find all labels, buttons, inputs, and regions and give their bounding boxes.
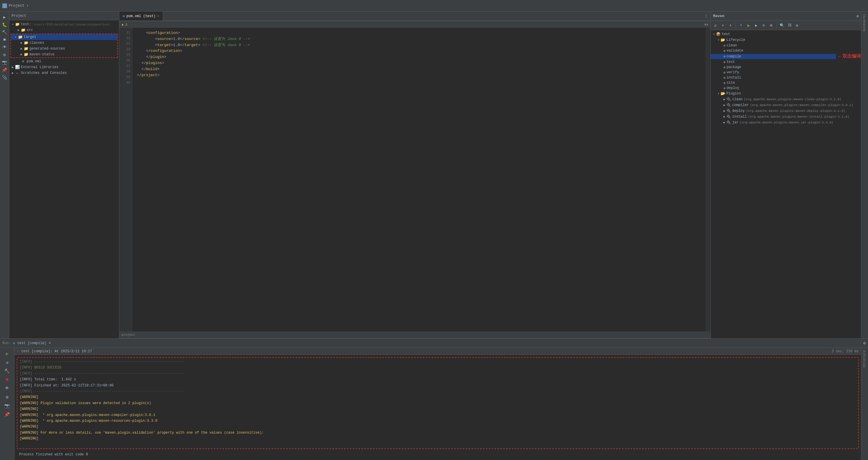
maven-plugin-install[interactable]: ▶ 🔌 install (org.apache.maven.plugins:ma… [711, 114, 861, 120]
maven-plugin-deploy[interactable]: ▶ 🔌 deploy (org.apache.maven.plugins:mav… [711, 108, 861, 114]
sidebar-debug-icon[interactable]: 🐛 [1, 22, 8, 28]
maven-skip-test-btn[interactable]: ⊘ [760, 22, 767, 29]
code-line-39: </project> [137, 72, 701, 79]
maven-lifecycle-compile[interactable]: ⚙ compile [711, 54, 836, 59]
editor-tab-pom[interactable]: m pom.xml (test) × [119, 11, 163, 21]
tree-arrow-generated-sources[interactable]: ▶ [19, 47, 24, 51]
maven-download-docs-btn[interactable]: ⬇ [727, 22, 734, 29]
maven-root-test[interactable]: ▾ 📦 test [711, 31, 861, 37]
nav-up[interactable]: ∧ [704, 23, 706, 26]
run-tab-name[interactable]: test [compile] [17, 341, 46, 345]
annotation-arrow: ← [838, 54, 841, 59]
folder-icon-src: 📁 [21, 28, 26, 32]
maven-settings-icon[interactable]: ⚙ [857, 14, 859, 19]
maven-lifecycle-package[interactable]: ⚙ package [711, 65, 861, 70]
tree-arrow-maven-status[interactable]: ▶ [19, 52, 24, 57]
run-tab-close[interactable]: × [49, 341, 51, 345]
maven-search-btn[interactable]: 🔍 [778, 22, 785, 29]
tree-arrow-scratches[interactable]: ▶ [10, 71, 15, 75]
sidebar-pin-icon[interactable]: 📌 [1, 67, 8, 73]
project-dropdown-arrow[interactable]: ▾ [27, 4, 29, 7]
tree-arrow-src[interactable]: ▶ [16, 28, 21, 32]
sidebar-run-icon[interactable]: ▶ [1, 14, 8, 20]
maven-link-btn[interactable]: ⛓ [786, 22, 793, 29]
sidebar-camera-icon[interactable]: 📷 [1, 59, 8, 65]
maven-plugin-jar-detail: (org.apache.maven.plugins:maven-jar-plug… [740, 121, 833, 124]
tree-item-maven-status[interactable]: ▶ 📁 maven-status [11, 52, 117, 57]
warning-indicator[interactable]: ▲ 1 [122, 23, 127, 26]
sidebar-settings-icon[interactable]: ⚙ [1, 52, 8, 58]
run-camera-icon[interactable]: 📷 [4, 402, 11, 409]
tree-item-external-libs[interactable]: ▶ 📊 External Libraries [9, 64, 119, 70]
tab-pom-close[interactable]: × [157, 14, 159, 18]
run-eye-icon[interactable]: 👁 [4, 385, 11, 392]
tree-arrow-target[interactable]: ▾ [13, 35, 18, 39]
maven-plugin-deploy-icon: 🔌 [726, 109, 731, 113]
console-line-2: [INFO] BUILD SUCCESS [20, 365, 856, 370]
folder-icon-test: 📁 [15, 22, 20, 27]
maven-download-sources-btn[interactable]: ⬇ [719, 22, 726, 29]
tree-arrow-test[interactable]: ▾ [10, 22, 15, 27]
maven-lifecycle-validate[interactable]: ⚙ validate [711, 48, 861, 53]
tree-arrow-classes[interactable]: ▶ [19, 40, 24, 45]
console-dashed-box[interactable]: [INFO] ---------------------------------… [17, 357, 859, 449]
console-line-6: [INFO] ---------------------------------… [20, 389, 856, 394]
run-gear-icon[interactable]: ⚙ [863, 341, 866, 345]
maven-lifecycle-group[interactable]: ▾ 📂 Lifecycle [711, 37, 861, 43]
run-settings2-icon[interactable]: ⚙ [4, 394, 11, 401]
line-num-38: 38 [121, 69, 130, 74]
tree-item-generated-sources[interactable]: ▶ 📁 generated-sources [11, 46, 117, 52]
maven-reload-btn[interactable]: ↺ [712, 22, 719, 29]
run-rerun-icon[interactable]: ↺ [4, 359, 11, 366]
maven-plugin-install-label: install [732, 115, 747, 119]
maven-run-btn[interactable]: ▶ [745, 22, 752, 29]
top-bar-title[interactable]: Project [9, 3, 25, 8]
structure-label[interactable]: Structure [861, 348, 868, 370]
project-icon [2, 3, 7, 8]
maven-lifecycle-verify[interactable]: ⚙ verify [711, 70, 861, 75]
sidebar-stop-icon[interactable]: ■ [1, 36, 8, 43]
tree-item-target[interactable]: ▾ 📁 target [11, 34, 117, 40]
maven-verify-gear-icon: ⚙ [723, 71, 725, 74]
maven-add-btn[interactable]: + [738, 22, 745, 29]
maven-lifecycle-install[interactable]: ⚙ install [711, 75, 861, 80]
maven-plugin-compiler[interactable]: ▶ 🔌 compiler (org.apache.maven.plugins:m… [711, 102, 861, 108]
run-tab-maven-icon: m [13, 341, 15, 345]
sidebar-build-icon[interactable]: 🔨 [1, 29, 8, 35]
run-build-icon[interactable]: 🔨 [4, 368, 11, 374]
editor-gutter [706, 28, 710, 331]
tree-arrow-external-libs[interactable]: ▶ [10, 65, 15, 69]
sidebar-search-icon[interactable]: 👁 [1, 44, 8, 51]
tree-item-classes[interactable]: ▶ 📁 classes [11, 40, 117, 46]
tab-pom-icon: m [123, 14, 125, 18]
tree-item-src[interactable]: ▶ 📁 src [9, 27, 119, 33]
tab-menu-icon[interactable]: ⋮ [702, 13, 710, 19]
maven-plugins-group[interactable]: ▾ 📂 Plugins [711, 91, 861, 96]
maven-plugin-install-detail: (org.apache.maven.plugins:maven-install-… [748, 115, 849, 119]
run-output-area: ✓ test [compile]: At 2025/2/11 10:17 3 s… [14, 348, 861, 460]
project-tree: ▾ 📁 test C:\Users\半目\Desktop\wz\javawrok… [9, 20, 119, 338]
maven-settings-btn[interactable]: ⚙ [794, 22, 801, 29]
maven-lifecycle-site[interactable]: ⚙ site [711, 80, 861, 86]
maven-plugins-label: Plugins [726, 92, 741, 96]
maven-plugin-deploy-detail: (org.apache.maven.plugins:maven-deploy-p… [746, 109, 845, 113]
run-stop-icon[interactable]: ■ [4, 376, 11, 383]
maven-lifecycle-deploy[interactable]: ⚙ deploy [711, 86, 861, 91]
code-area[interactable]: <configuration> <source>1.8</source> <!-… [132, 28, 706, 331]
maven-plugin-clean[interactable]: ▶ 🔌 clean (org.apache.maven.plugins:mave… [711, 96, 861, 102]
maven-lifecycle-clean[interactable]: ⚙ clean [711, 43, 861, 48]
maven-root-folder-icon: 📦 [716, 32, 721, 36]
bookmarks-label[interactable]: Bookmarks [861, 11, 868, 33]
sidebar-pin2-icon[interactable]: 📎 [1, 74, 8, 81]
tree-item-scratches[interactable]: ▶ ✏ Scratches and Consoles [9, 70, 119, 76]
run-play-icon[interactable]: ▶ [4, 350, 11, 357]
run-pin-icon[interactable]: 📌 [4, 411, 11, 418]
tree-item-test[interactable]: ▾ 📁 test C:\Users\半目\Desktop\wz\javawrok… [9, 22, 119, 27]
maven-debug-btn[interactable]: ▶ [753, 22, 760, 29]
maven-plugins-folder-icon: 📂 [721, 91, 725, 96]
nav-down[interactable]: ∨ [706, 23, 708, 26]
tree-item-pom[interactable]: ▶ m pom.xml [9, 59, 119, 64]
maven-toggle-btn[interactable]: ⊞ [768, 22, 775, 29]
maven-plugin-jar[interactable]: ▶ 🔌 jar (org.apache.maven.plugins:maven-… [711, 120, 861, 125]
maven-lifecycle-test[interactable]: ⚙ test [711, 59, 861, 65]
